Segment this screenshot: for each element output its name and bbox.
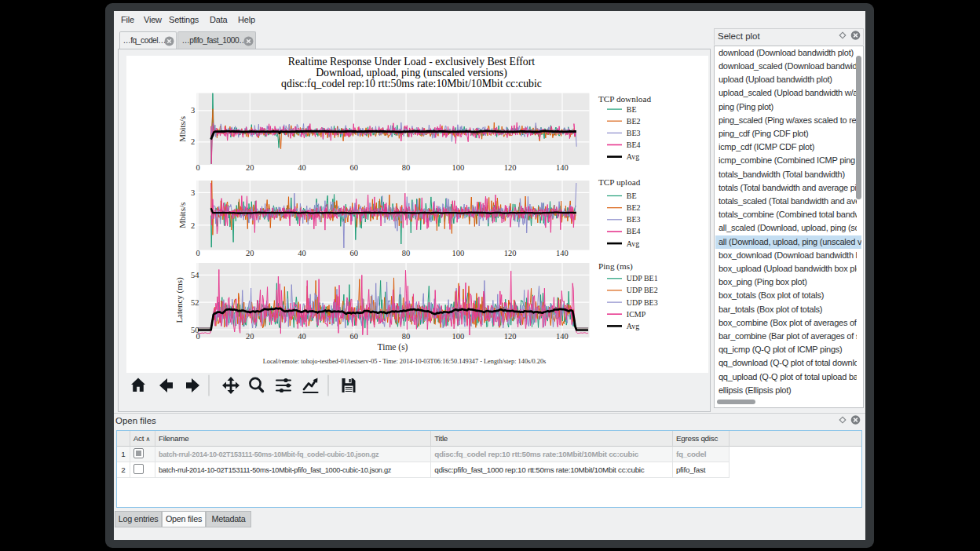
svg-text:BE3: BE3 [627,215,641,224]
svg-text:BE2: BE2 [627,117,641,126]
svg-text:60: 60 [350,163,359,172]
svg-text:100: 100 [452,163,465,172]
svg-text:80: 80 [402,332,411,341]
svg-text:40: 40 [298,249,306,257]
svg-text:UDP BE1: UDP BE1 [627,274,658,283]
svg-text:2: 2 [191,137,195,146]
svg-text:Avg: Avg [627,152,639,161]
svg-text:BE4: BE4 [627,227,641,235]
svg-text:BE2: BE2 [627,203,641,212]
svg-text:ICMP: ICMP [627,310,646,319]
svg-text:3: 3 [191,188,195,197]
svg-text:40: 40 [298,332,306,341]
svg-text:TCP download: TCP download [598,94,651,104]
svg-text:60: 60 [350,249,359,257]
svg-text:20: 20 [246,163,254,172]
svg-text:20: 20 [246,249,254,257]
svg-text:140: 140 [556,163,569,172]
svg-text:BE3: BE3 [627,129,641,137]
svg-text:Mbits/s: Mbits/s [177,203,187,228]
svg-text:0: 0 [196,249,199,257]
svg-text:UDP BE3: UDP BE3 [627,298,658,307]
svg-text:BE: BE [627,192,637,200]
svg-text:120: 120 [504,249,517,257]
svg-text:qdisc:fq_codel rep:10 rtt:50ms: qdisc:fq_codel rep:10 rtt:50ms rate:10Mb… [281,78,542,89]
svg-text:140: 140 [556,332,569,341]
svg-text:BE4: BE4 [627,140,641,149]
svg-text:60: 60 [350,332,359,341]
svg-text:BE: BE [627,105,637,114]
svg-text:TCP upload: TCP upload [598,177,641,187]
svg-text:54: 54 [191,271,199,279]
svg-text:100: 100 [452,249,465,257]
svg-text:Local/remote: tohojo-testbed-0: Local/remote: tohojo-testbed-01/testserv… [263,358,547,365]
svg-text:120: 120 [504,163,517,172]
svg-text:3: 3 [191,106,195,115]
svg-text:52: 52 [191,298,199,307]
svg-text:20: 20 [246,332,254,341]
svg-text:140: 140 [556,249,569,257]
svg-text:120: 120 [504,332,517,341]
svg-text:2: 2 [191,221,195,230]
svg-text:100: 100 [452,332,465,341]
svg-text:80: 80 [402,163,411,172]
svg-text:UDP BE2: UDP BE2 [627,286,658,294]
svg-text:80: 80 [402,249,411,257]
svg-text:0: 0 [196,163,199,172]
svg-text:Latency (ms): Latency (ms) [174,277,185,323]
svg-text:Time (s): Time (s) [378,342,408,352]
svg-text:Ping (ms): Ping (ms) [598,261,633,272]
svg-text:40: 40 [298,163,306,172]
svg-text:Avg: Avg [627,239,639,248]
svg-text:Mbits/s: Mbits/s [177,116,187,142]
svg-text:0: 0 [196,332,199,341]
svg-text:Avg: Avg [627,322,639,330]
